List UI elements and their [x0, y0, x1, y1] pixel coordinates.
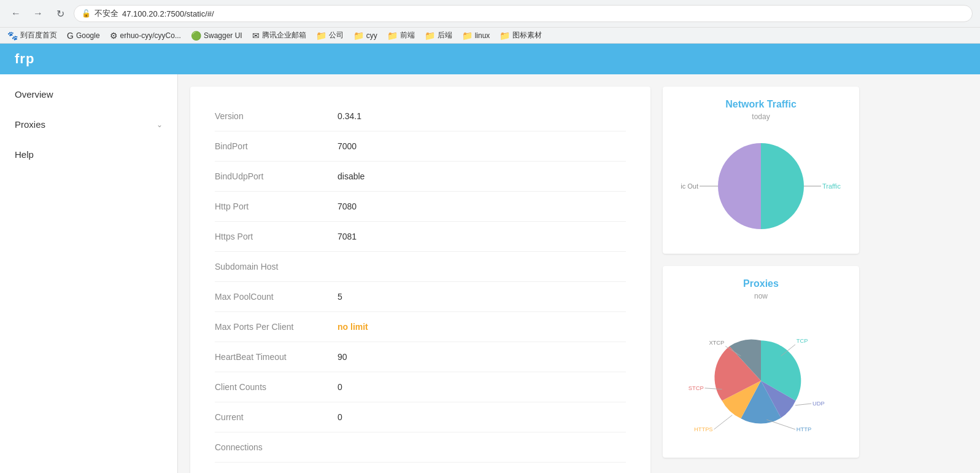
- security-label: 不安全: [95, 8, 118, 19]
- bookmark-company[interactable]: 📁 公司: [316, 30, 344, 41]
- bookmark-swagger[interactable]: 🟢 Swagger UI: [191, 31, 242, 41]
- traffic-out-slice: [718, 143, 761, 229]
- app-body: Overview Proxies ⌄ Help Version 0.34.1 B…: [0, 74, 980, 473]
- svg-line-4: [714, 415, 732, 429]
- network-traffic-title: Network Traffic: [675, 99, 847, 110]
- svg-line-3: [766, 420, 795, 429]
- traffic-in-label: Traffic In: [822, 182, 841, 190]
- info-row-maxpoolcount: Max PoolCount 5: [215, 282, 626, 312]
- forward-button[interactable]: →: [29, 5, 47, 22]
- tencent-icon: ✉: [252, 31, 260, 41]
- bookmark-icons[interactable]: 📁 图标素材: [500, 30, 542, 41]
- label-connections: Connections: [215, 442, 338, 452]
- bookmark-cyy-label: cyy: [366, 31, 377, 40]
- network-traffic-section: Network Traffic today Traffic Out: [663, 87, 859, 254]
- info-row-maxports: Max Ports Per Client no limit: [215, 312, 626, 342]
- info-row-httpsport: Https Port 7081: [215, 222, 626, 252]
- value-heartbeat: 90: [338, 352, 347, 362]
- traffic-in-slice: [761, 143, 804, 229]
- proxies-chart-title: Proxies: [675, 278, 847, 289]
- bookmark-backend-label: 后端: [438, 30, 452, 41]
- sidebar-item-proxies[interactable]: Proxies ⌄: [0, 109, 177, 139]
- proxies-pie-chart: XTCP TCP UDP HTTP HTTPS: [675, 310, 847, 445]
- browser-chrome: ← → ↻ 🔓 不安全 47.100.20.2:7500/static/#/ 🐾…: [0, 0, 980, 44]
- proxies-chart-subtitle: now: [675, 292, 847, 300]
- folder-icon-6: 📁: [500, 31, 510, 41]
- bookmark-google-label: Google: [76, 31, 100, 40]
- github-icon: ⚙: [110, 31, 118, 41]
- label-current: Current: [215, 412, 338, 422]
- label-maxports: Max Ports Per Client: [215, 322, 338, 332]
- label-httpport: Http Port: [215, 201, 338, 211]
- bookmark-backend[interactable]: 📁 后端: [425, 30, 452, 41]
- label-bindudpport: BindUdpPort: [215, 171, 338, 181]
- info-row-heartbeat: HeartBeat Timeout 90: [215, 342, 626, 372]
- bookmark-frontend[interactable]: 📁 前端: [387, 30, 415, 41]
- label-heartbeat: HeartBeat Timeout: [215, 352, 338, 362]
- value-maxpoolcount: 5: [338, 292, 342, 302]
- sidebar-proxies-label: Proxies: [15, 119, 45, 130]
- info-row-clientcounts: Client Counts 0: [215, 372, 626, 402]
- xtcp-label: XTCP: [709, 340, 724, 346]
- info-card: Version 0.34.1 BindPort 7000 BindUdpPort…: [190, 87, 650, 473]
- info-row-current: Current 0: [215, 402, 626, 432]
- value-clientcounts: 0: [338, 382, 342, 392]
- http-label: HTTP: [797, 426, 811, 432]
- info-row-connections: Connections: [215, 432, 626, 463]
- label-subdomainhost: Subdomain Host: [215, 262, 338, 272]
- reload-button[interactable]: ↻: [52, 5, 69, 22]
- charts-panel: Network Traffic today Traffic Out: [663, 87, 859, 473]
- info-row-version: Version 0.34.1: [215, 101, 626, 131]
- bookmark-google[interactable]: G Google: [67, 31, 100, 41]
- info-row-httpport: Http Port 7080: [215, 192, 626, 222]
- value-httpport: 7080: [338, 201, 357, 211]
- proxies-section: Proxies now: [663, 266, 859, 458]
- baidu-icon: 🐾: [7, 31, 18, 41]
- value-version: 0.34.1: [338, 111, 361, 121]
- app-title: frp: [15, 51, 34, 66]
- sidebar-help-label: Help: [15, 149, 34, 160]
- traffic-out-label: Traffic Out: [681, 182, 698, 190]
- traffic-pie-wrapper: Traffic Out Traffic In: [675, 131, 847, 241]
- bookmark-company-label: 公司: [329, 30, 344, 41]
- bookmark-linux-label: linux: [475, 31, 490, 40]
- info-row-subdomainhost: Subdomain Host: [215, 252, 626, 282]
- url-text: 47.100.20.2:7500/static/#/: [122, 9, 214, 18]
- traffic-pie-chart: Traffic Out Traffic In: [681, 131, 841, 241]
- bookmark-linux[interactable]: 📁 linux: [462, 31, 490, 41]
- folder-icon-1: 📁: [316, 31, 326, 41]
- bookmark-icons-label: 图标素材: [512, 30, 542, 41]
- stcp-label: STCP: [689, 385, 704, 391]
- sidebar-item-overview[interactable]: Overview: [0, 79, 177, 109]
- bookmark-tencent[interactable]: ✉ 腾讯企业邮箱: [252, 30, 306, 41]
- info-row-bindudpport: BindUdpPort disable: [215, 162, 626, 192]
- chevron-down-icon: ⌄: [156, 120, 163, 129]
- address-bar[interactable]: 🔓 不安全 47.100.20.2:7500/static/#/: [74, 5, 973, 22]
- sidebar: Overview Proxies ⌄ Help: [0, 74, 178, 473]
- label-clientcounts: Client Counts: [215, 382, 338, 392]
- bookmark-baidu[interactable]: 🐾 到百度首页: [7, 30, 57, 41]
- tcp-label: TCP: [797, 338, 808, 344]
- sidebar-overview-label: Overview: [15, 89, 53, 100]
- label-httpsport: Https Port: [215, 232, 338, 241]
- bookmark-github[interactable]: ⚙ erhuo-cyy/cyyCo...: [110, 31, 181, 41]
- main-content: Version 0.34.1 BindPort 7000 BindUdpPort…: [178, 74, 980, 473]
- info-row-proxycounts: Proxy Counts 0: [215, 463, 626, 473]
- bookmark-frontend-label: 前端: [400, 30, 415, 41]
- proxies-pie-wrapper: XTCP TCP UDP HTTP HTTPS: [675, 310, 847, 445]
- sidebar-item-help[interactable]: Help: [0, 139, 177, 170]
- bookmark-tencent-label: 腾讯企业邮箱: [262, 30, 306, 41]
- swagger-icon: 🟢: [191, 31, 201, 41]
- https-label: HTTPS: [694, 426, 713, 432]
- value-maxports: no limit: [338, 322, 368, 332]
- folder-icon-4: 📁: [425, 31, 435, 41]
- bookmark-github-label: erhuo-cyy/cyyCo...: [120, 31, 181, 40]
- value-current: 0: [338, 412, 342, 422]
- browser-toolbar: ← → ↻ 🔓 不安全 47.100.20.2:7500/static/#/: [0, 0, 980, 27]
- info-row-bindport: BindPort 7000: [215, 131, 626, 162]
- udp-label: UDP: [812, 401, 825, 407]
- google-icon: G: [67, 31, 74, 41]
- back-button[interactable]: ←: [7, 5, 25, 22]
- bookmark-cyy[interactable]: 📁 cyy: [353, 31, 377, 41]
- network-traffic-subtitle: today: [675, 112, 847, 121]
